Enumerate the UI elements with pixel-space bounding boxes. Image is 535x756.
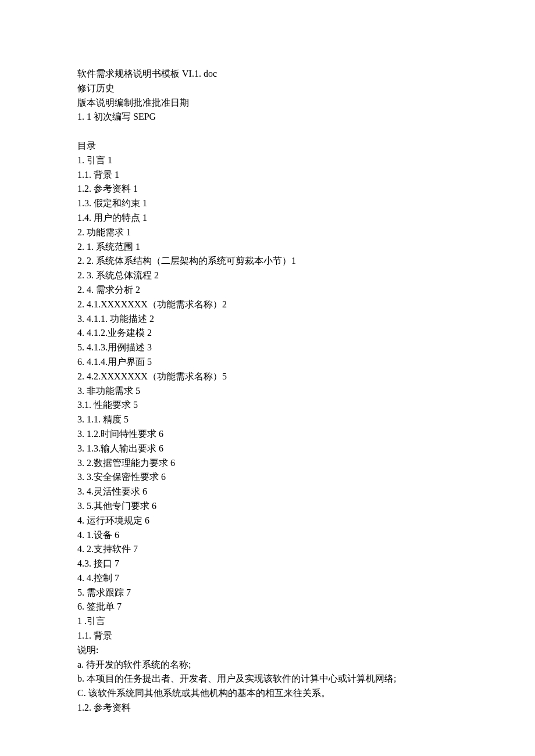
text-line: 修订历史	[77, 81, 535, 96]
toc-line: 2. 3. 系统总体流程 2	[77, 268, 535, 283]
section-heading: 1 .引言	[77, 614, 535, 629]
text-line: 版本说明编制批准批准日期	[77, 96, 535, 110]
toc-line: 1.2. 参考资料 1	[77, 182, 535, 196]
text-line: 目录	[77, 139, 535, 153]
text-line: C. 该软件系统同其他系统或其他机构的基本的相互来往关系。	[77, 686, 535, 701]
toc-line: 3. 1.2.时间特性要求 6	[77, 427, 535, 442]
document-body: 软件需求规格说明书模板 VI.1. doc 修订历史 版本说明编制批准批准日期 …	[77, 67, 535, 715]
text-line: b. 本项目的任务提出者、开发者、用户及实现该软件的计算中心或计算机网络;	[77, 672, 535, 686]
text-line: 说明:	[77, 643, 535, 658]
toc-line: 3.1. 性能要求 5	[77, 398, 535, 413]
toc-line: 3. 4.1.1. 功能描述 2	[77, 312, 535, 327]
toc-line: 2. 4.2.XXXXXXX（功能需求名称）5	[77, 370, 535, 384]
toc-line: 3. 1.1. 精度 5	[77, 413, 535, 427]
toc-line: 4. 4.控制 7	[77, 571, 535, 586]
toc-line: 3. 非功能需求 5	[77, 384, 535, 399]
toc-line: 4. 2.支持软件 7	[77, 542, 535, 557]
toc-line: 1. 引言 1	[77, 153, 535, 168]
toc-line: 2. 1. 系统范围 1	[77, 240, 535, 255]
toc-line: 2. 4. 需求分析 2	[77, 283, 535, 298]
toc-line: 5. 需求跟踪 7	[77, 586, 535, 600]
toc-line: 6. 签批单 7	[77, 600, 535, 614]
toc-line: 1.4. 用户的特点 1	[77, 211, 535, 225]
toc-line: 4. 4.1.2.业务建模 2	[77, 326, 535, 341]
section-heading: 1.1. 背景	[77, 629, 535, 643]
toc-line: 6. 4.1.4.用户界面 5	[77, 355, 535, 370]
toc-line: 1.1. 背景 1	[77, 168, 535, 182]
text-line: 软件需求规格说明书模板 VI.1. doc	[77, 67, 535, 81]
toc-line: 3. 2.数据管理能力要求 6	[77, 456, 535, 471]
toc-line: 5. 4.1.3.用例描述 3	[77, 341, 535, 355]
toc-line: 2. 功能需求 1	[77, 225, 535, 240]
toc-line: 4. 运行环境规定 6	[77, 514, 535, 528]
toc-line: 3. 4.灵活性要求 6	[77, 485, 535, 499]
toc-line: 4. 1.设备 6	[77, 528, 535, 543]
text-line: a. 待开发的软件系统的名称;	[77, 658, 535, 672]
section-heading: 1.2. 参考资料	[77, 701, 535, 715]
toc-line: 3. 3.安全保密性要求 6	[77, 470, 535, 485]
toc-line: 4.3. 接口 7	[77, 557, 535, 571]
text-line	[77, 124, 535, 139]
toc-line: 1.3. 假定和约束 1	[77, 196, 535, 211]
text-line: 1. 1 初次编写 SEPG	[77, 110, 535, 124]
toc-line: 3. 1.3.输人输出要求 6	[77, 442, 535, 456]
toc-line: 2. 2. 系统体系结构（二层架构的系统可剪裁本小节）1	[77, 254, 535, 268]
toc-line: 3. 5.其他专门要求 6	[77, 499, 535, 514]
toc-line: 2. 4.1.XXXXXXX（功能需求名称）2	[77, 298, 535, 312]
